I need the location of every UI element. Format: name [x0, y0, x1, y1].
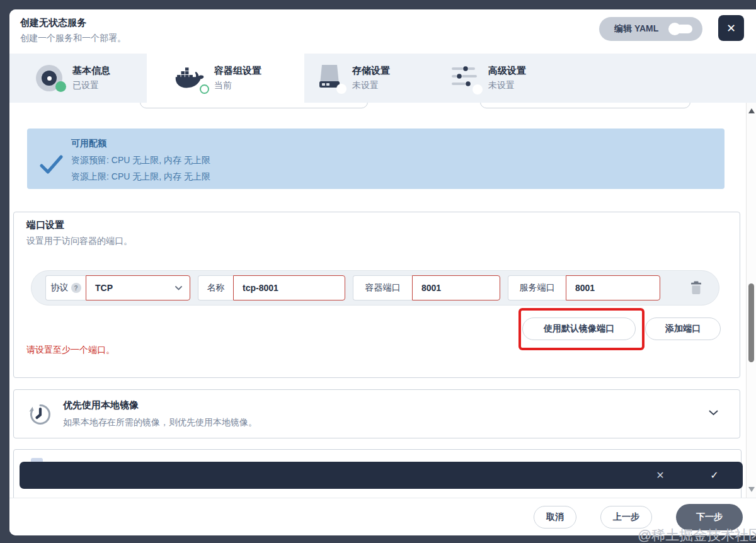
container-port-label: 容器端口 — [353, 275, 412, 300]
create-stateless-service-modal: 创建无状态服务 创建一个服务和一个部署。 编辑 YAML ✕ 基本信息 已设置 — [9, 9, 756, 535]
confirm-icon[interactable]: ✓ — [705, 462, 724, 489]
clipped-field[interactable] — [480, 103, 690, 108]
step-label: 基本信息 — [72, 65, 110, 77]
use-default-ports-button[interactable]: 使用默认镜像端口 — [522, 317, 636, 340]
quota-reserve-line: 资源预留: CPU 无上限, 内存 无上限 — [71, 155, 210, 166]
dismiss-icon[interactable]: ✕ — [651, 462, 670, 489]
step-label: 高级设置 — [488, 65, 526, 77]
previous-step-button[interactable]: 上一步 — [600, 506, 652, 529]
scroll-thumb[interactable] — [748, 283, 754, 362]
step-status: 当前 — [214, 80, 261, 91]
step-status: 已设置 — [72, 80, 110, 91]
clipped-field[interactable] — [140, 103, 368, 108]
container-port-input[interactable] — [412, 275, 500, 300]
modal-subtitle: 创建一个服务和一个部署。 — [20, 33, 126, 44]
local-image-subtitle: 如果本地存在所需的镜像，则优先使用本地镜像。 — [63, 417, 257, 428]
step-storage-settings[interactable]: 存储设置 未设置 — [317, 54, 390, 103]
container-port-label-text: 容器端口 — [365, 282, 401, 294]
port-name-input[interactable] — [233, 275, 345, 300]
page: 创建无状态服务 创建一个服务和一个部署。 编辑 YAML ✕ 基本信息 已设置 — [0, 0, 756, 543]
name-label: 名称 — [198, 275, 233, 300]
close-icon: ✕ — [726, 23, 736, 34]
port-settings-subtitle: 设置用于访问容器的端口。 — [26, 236, 132, 247]
chevron-down-icon[interactable] — [709, 410, 718, 416]
help-icon[interactable]: ? — [71, 283, 81, 293]
step-label: 容器组设置 — [214, 65, 261, 77]
delete-port-button[interactable] — [690, 281, 702, 295]
port-row: 协议 ? TCP 名称 — [31, 270, 719, 306]
modal-header: 创建无状态服务 创建一个服务和一个部署。 编辑 YAML ✕ — [9, 9, 756, 54]
docker-whale-icon — [175, 64, 204, 89]
toggle-off-icon — [668, 24, 692, 34]
add-port-button[interactable]: 添加端口 — [645, 317, 721, 340]
local-image-title: 优先使用本地镜像 — [63, 399, 139, 411]
step-advanced-settings[interactable]: 高级设置 未设置 — [450, 54, 526, 103]
step-status: 未设置 — [352, 80, 390, 91]
quota-limit-line: 资源上限: CPU 无上限, 内存 无上限 — [71, 171, 210, 183]
step-complete-badge — [55, 81, 66, 92]
quota-title: 可用配额 — [71, 138, 106, 149]
form-scroll-area: 可用配额 资源预留: CPU 无上限, 内存 无上限 资源上限: CPU 无上限… — [9, 103, 746, 498]
name-label-text: 名称 — [207, 282, 225, 294]
container-port-field: 容器端口 — [353, 275, 500, 300]
chevron-down-icon — [175, 286, 182, 290]
quota-alert: 可用配额 资源预留: CPU 无上限, 内存 无上限 资源上限: CPU 无上限… — [27, 129, 724, 189]
port-error-text: 请设置至少一个端口。 — [26, 345, 115, 356]
steps-nav: 基本信息 已设置 — [9, 54, 756, 103]
watermark: @稀土掘金技术社区 — [638, 526, 756, 543]
scroll-down-arrow[interactable] — [748, 487, 755, 492]
protocol-label: 协议 ? — [45, 275, 86, 300]
step-status: 未设置 — [488, 80, 526, 91]
scrollbar[interactable] — [746, 103, 756, 498]
history-clock-icon — [28, 402, 53, 427]
trash-icon — [690, 281, 702, 295]
protocol-select[interactable]: TCP — [86, 275, 190, 300]
close-button[interactable]: ✕ — [718, 15, 744, 41]
edit-yaml-label: 编辑 YAML — [614, 23, 658, 35]
local-image-card[interactable]: 优先使用本地镜像 如果本地存在所需的镜像，则优先使用本地镜像。 — [13, 389, 740, 438]
confirm-bar: ✕ ✓ — [20, 462, 743, 489]
port-settings-card: 端口设置 设置用于访问容器的端口。 协议 ? TCP — [13, 212, 740, 378]
protocol-field: 协议 ? TCP — [45, 275, 190, 300]
step-label: 存储设置 — [352, 65, 390, 77]
service-port-field: 服务端口 — [508, 275, 660, 300]
name-field: 名称 — [198, 275, 345, 300]
step-pending-badge — [472, 84, 483, 94]
protocol-label-text: 协议 — [51, 282, 69, 294]
service-port-label: 服务端口 — [508, 275, 566, 300]
step-current-badge — [200, 84, 209, 94]
service-port-label-text: 服务端口 — [520, 282, 555, 294]
step-pod-settings[interactable]: 容器组设置 当前 — [175, 54, 261, 103]
port-settings-title: 端口设置 — [26, 219, 64, 231]
step-pending-badge — [336, 84, 346, 94]
modal-title: 创建无状态服务 — [20, 17, 86, 29]
protocol-value: TCP — [95, 283, 113, 293]
service-port-input[interactable] — [566, 275, 660, 300]
scroll-up-arrow[interactable] — [748, 108, 755, 113]
edit-yaml-toggle[interactable]: 编辑 YAML — [599, 17, 702, 41]
port-buttons: 使用默认镜像端口 添加端口 — [522, 317, 721, 340]
step-basic-info[interactable]: 基本信息 已设置 — [36, 54, 110, 103]
check-icon — [40, 155, 64, 175]
cancel-button[interactable]: 取消 — [534, 506, 576, 529]
